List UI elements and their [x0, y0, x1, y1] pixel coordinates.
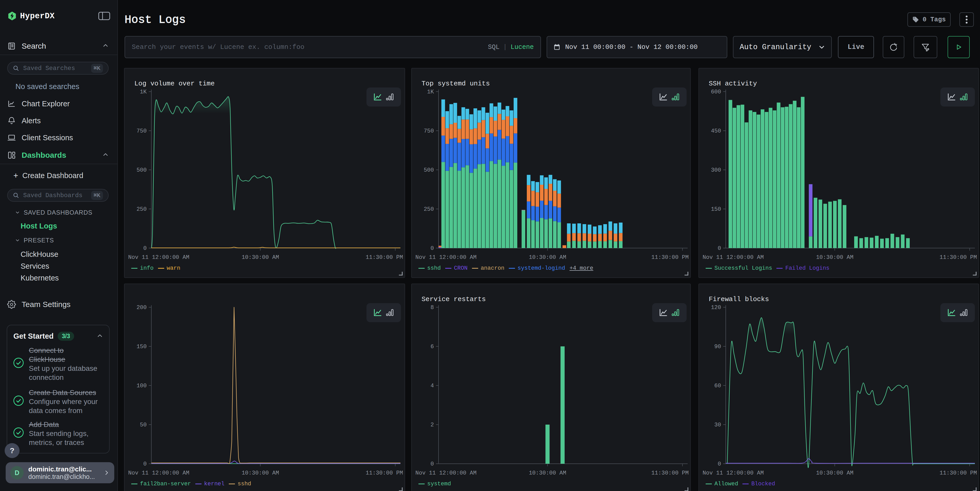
svg-text:120: 120 — [711, 304, 721, 311]
svg-text:0: 0 — [718, 245, 721, 252]
svg-text:1K: 1K — [427, 89, 434, 95]
svg-text:600: 600 — [711, 89, 721, 95]
svg-text:2: 2 — [431, 422, 434, 428]
svg-text:750: 750 — [423, 128, 434, 134]
svg-text:100: 100 — [137, 383, 147, 389]
svg-text:Nov 11 12:00:00 AM: Nov 11 12:00:00 AM — [415, 254, 477, 261]
svg-text:10:30:00 AM: 10:30:00 AM — [529, 254, 566, 261]
svg-text:750: 750 — [137, 128, 147, 134]
svg-text:6: 6 — [431, 343, 434, 350]
svg-text:11:30:00 PM: 11:30:00 PM — [651, 254, 689, 261]
svg-text:150: 150 — [137, 343, 147, 350]
svg-text:500: 500 — [423, 167, 434, 173]
svg-text:11:30:00 PM: 11:30:00 PM — [366, 470, 403, 476]
svg-text:0: 0 — [143, 245, 147, 252]
svg-text:11:30:00 PM: 11:30:00 PM — [651, 470, 689, 476]
svg-text:Nov 11 12:00:00 AM: Nov 11 12:00:00 AM — [128, 470, 189, 476]
svg-text:450: 450 — [711, 128, 721, 134]
svg-text:10:30:00 AM: 10:30:00 AM — [242, 254, 279, 261]
svg-text:10:30:00 AM: 10:30:00 AM — [816, 470, 853, 476]
svg-text:11:30:00 PM: 11:30:00 PM — [940, 470, 977, 476]
svg-text:1K: 1K — [140, 89, 147, 95]
svg-text:250: 250 — [423, 206, 434, 213]
svg-text:4: 4 — [431, 383, 434, 389]
svg-text:10:30:00 AM: 10:30:00 AM — [242, 470, 279, 476]
svg-text:Nov 11 12:00:00 AM: Nov 11 12:00:00 AM — [703, 470, 764, 476]
svg-text:Nov 11 12:00:00 AM: Nov 11 12:00:00 AM — [703, 254, 764, 261]
svg-text:300: 300 — [711, 167, 721, 173]
svg-text:0: 0 — [431, 461, 434, 467]
svg-text:60: 60 — [714, 383, 721, 389]
svg-text:30: 30 — [714, 422, 721, 428]
svg-text:50: 50 — [140, 422, 147, 428]
svg-text:Nov 11 12:00:00 AM: Nov 11 12:00:00 AM — [128, 254, 189, 261]
svg-text:Nov 11 12:00:00 AM: Nov 11 12:00:00 AM — [415, 470, 477, 476]
svg-text:150: 150 — [711, 206, 721, 213]
svg-text:8: 8 — [431, 304, 434, 311]
svg-text:10:30:00 AM: 10:30:00 AM — [529, 470, 566, 476]
svg-text:0: 0 — [143, 461, 147, 467]
svg-text:11:30:00 PM: 11:30:00 PM — [366, 254, 403, 261]
svg-text:11:30:00 PM: 11:30:00 PM — [940, 254, 977, 261]
svg-text:0: 0 — [431, 245, 434, 252]
svg-text:10:30:00 AM: 10:30:00 AM — [816, 254, 853, 261]
svg-text:250: 250 — [137, 206, 147, 213]
svg-text:90: 90 — [714, 343, 721, 350]
svg-text:500: 500 — [137, 167, 147, 173]
svg-text:0: 0 — [718, 461, 721, 467]
svg-text:200: 200 — [137, 304, 147, 311]
